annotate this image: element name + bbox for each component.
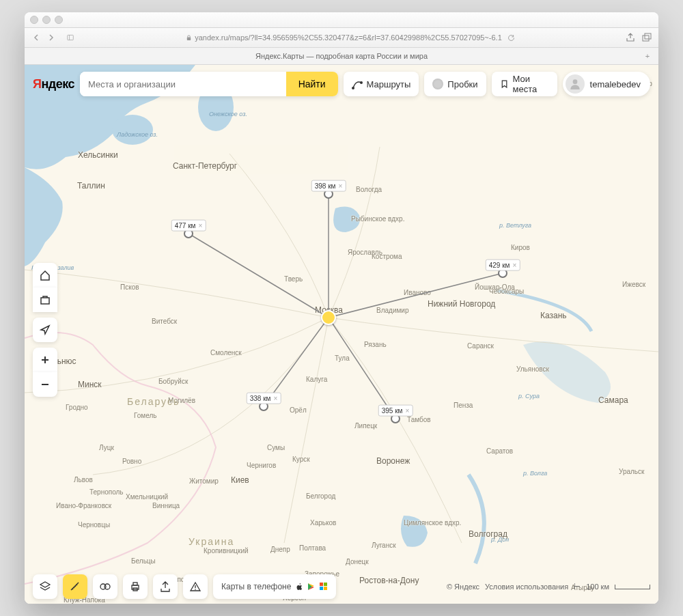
bookmarks-label: Мои места — [513, 74, 549, 94]
apple-icon — [295, 583, 303, 591]
ruler-distance-badge[interactable]: 338 км× — [247, 393, 281, 404]
sidebar-toggle-button[interactable] — [66, 33, 75, 42]
svg-rect-2 — [187, 37, 191, 40]
mobile-apps-pill[interactable]: Карты в телефоне — [213, 574, 336, 599]
routes-button[interactable]: Маршруты — [344, 72, 419, 96]
search-box: Найти — [80, 72, 338, 96]
svg-point-14 — [360, 81, 363, 84]
ruler-button[interactable] — [63, 574, 87, 599]
ruler-distance-value: 429 км — [489, 262, 510, 269]
avatar-icon — [566, 74, 585, 94]
tabs-icon[interactable] — [642, 33, 652, 42]
svg-point-6 — [112, 115, 153, 145]
traffic-button[interactable]: Пробки — [424, 72, 486, 96]
ruler-distance-badge[interactable]: 477 км× — [171, 220, 206, 232]
user-name: temalebedev — [590, 79, 641, 89]
terms-link[interactable]: Условия использования — [485, 583, 568, 591]
map-background[interactable] — [25, 65, 658, 604]
lock-icon — [186, 35, 192, 41]
windows-store-icon — [320, 583, 328, 591]
ruler-distance-value: 477 км — [175, 222, 196, 229]
routes-icon — [352, 79, 363, 89]
svg-rect-0 — [68, 35, 74, 40]
ruler-distance-value: 395 км — [382, 407, 403, 415]
browser-toolbar: yandex.ru/maps/?ll=34.956595%2C55.320477… — [25, 28, 658, 48]
ruler-distance-badge[interactable]: 398 км× — [311, 180, 346, 192]
tab-bar: Яндекс.Карты — подробная карта России и … — [25, 48, 658, 65]
ruler-distance-badge[interactable]: 395 км× — [378, 405, 413, 417]
window-minimize-button[interactable] — [42, 16, 51, 24]
tab-title[interactable]: Яндекс.Карты — подробная карта России и … — [255, 52, 428, 60]
logo-ya: Я — [33, 77, 41, 91]
svg-rect-25 — [324, 583, 327, 586]
scale-bar — [615, 585, 650, 589]
svg-rect-16 — [41, 298, 49, 304]
ruler-distance-badge[interactable]: 429 км× — [486, 260, 520, 271]
ruler-remove-icon[interactable]: × — [198, 222, 202, 229]
svg-rect-27 — [324, 587, 327, 590]
print-button[interactable] — [123, 574, 148, 599]
search-input[interactable] — [80, 72, 286, 96]
svg-rect-24 — [320, 583, 323, 586]
ruler-distance-value: 398 км — [315, 182, 336, 190]
back-button[interactable] — [31, 33, 41, 42]
mobile-apps-label: Карты в телефоне — [221, 582, 291, 591]
ruler-remove-icon[interactable]: × — [338, 182, 342, 190]
ruler-remove-icon[interactable]: × — [512, 262, 516, 269]
bookmarks-button[interactable]: Мои места — [492, 72, 557, 96]
yandex-logo[interactable]: Яндекс — [33, 77, 74, 92]
top-controls: Яндекс Найти Маршруты Пробки Мои места — [33, 72, 650, 96]
ruler-remove-icon[interactable]: × — [405, 407, 409, 415]
google-play-icon — [307, 583, 316, 591]
browser-window: yandex.ru/maps/?ll=34.956595%2C55.320477… — [25, 12, 658, 604]
layers-button[interactable] — [33, 574, 57, 599]
svg-rect-20 — [133, 583, 137, 585]
home-button[interactable] — [33, 263, 57, 288]
svg-point-23 — [195, 589, 196, 590]
side-tools — [33, 263, 57, 397]
zoom-in-button[interactable] — [33, 348, 57, 372]
ruler-remove-icon[interactable]: × — [273, 395, 277, 402]
forward-button[interactable] — [46, 33, 56, 42]
work-button[interactable] — [33, 288, 57, 312]
zoom-out-button[interactable] — [33, 372, 57, 397]
svg-rect-3 — [643, 36, 649, 41]
scale-icon: ⊢ — [574, 583, 581, 591]
locate-button[interactable] — [33, 318, 57, 342]
scale-value: 100 км — [586, 583, 609, 591]
logo-ndex: ндекс — [41, 77, 74, 91]
traffic-icon — [432, 79, 443, 89]
svg-rect-4 — [645, 33, 651, 39]
bottom-bar: Карты в телефоне © Яндекс Условия исполь… — [33, 574, 650, 599]
share-map-button[interactable] — [153, 574, 178, 599]
copyright-yandex: © Яндекс — [447, 583, 479, 591]
url-text: yandex.ru/maps/?ll=34.956595%2C55.320477… — [195, 33, 502, 42]
map-viewport[interactable]: ХельсинкиТаллинРигаВильнюсМинскКиевСанкт… — [25, 65, 658, 604]
user-menu[interactable]: temalebedev — [563, 72, 650, 96]
window-zoom-button[interactable] — [55, 16, 63, 24]
panoramas-button[interactable] — [93, 574, 117, 599]
routes-label: Маршруты — [367, 79, 411, 89]
bookmark-icon — [500, 79, 509, 89]
share-icon[interactable] — [626, 33, 635, 42]
address-bar[interactable]: yandex.ru/maps/?ll=34.956595%2C55.320477… — [81, 33, 620, 42]
feedback-button[interactable] — [183, 574, 208, 599]
reload-icon[interactable] — [507, 34, 515, 42]
search-button[interactable]: Найти — [286, 72, 338, 96]
svg-point-18 — [104, 584, 110, 589]
svg-point-15 — [572, 79, 577, 84]
window-titlebar — [25, 12, 658, 28]
window-close-button[interactable] — [30, 16, 38, 24]
traffic-label: Пробки — [447, 79, 477, 89]
svg-point-13 — [352, 87, 354, 89]
ruler-distance-value: 338 км — [250, 395, 271, 402]
ruler-origin[interactable] — [321, 310, 336, 325]
new-tab-button[interactable]: + — [642, 51, 653, 61]
svg-rect-26 — [320, 587, 323, 590]
